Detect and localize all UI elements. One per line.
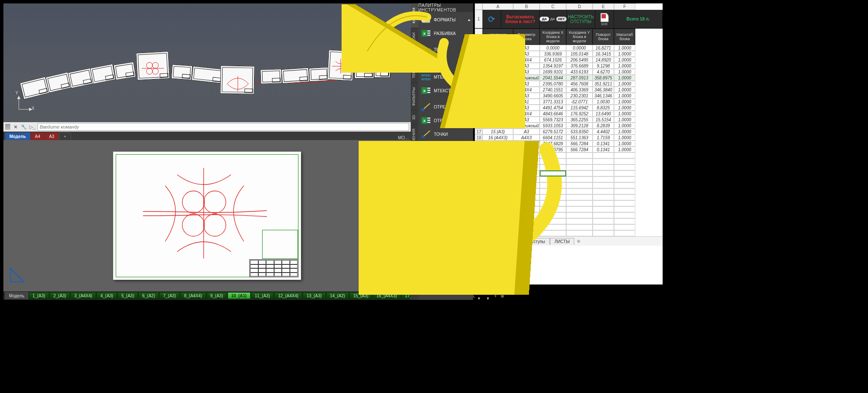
cell[interactable]: А4Х4 <box>513 111 540 117</box>
palette-side-tab[interactable]: ТЕКСТА <box>411 59 418 83</box>
scr-button[interactable]: SCR <box>595 10 614 28</box>
cell[interactable] <box>540 182 566 188</box>
cell[interactable]: 8 (А4Х4) <box>482 87 513 93</box>
palette-item[interactable]: МТЕКСТМТЕКСТМТЕКСТ <box>419 70 472 84</box>
cell[interactable] <box>593 230 614 236</box>
row-number[interactable]: 33 <box>475 224 482 230</box>
cell[interactable] <box>513 206 540 212</box>
cell[interactable] <box>482 99 513 105</box>
cell[interactable]: А3 <box>513 45 540 51</box>
cell[interactable]: А3 <box>513 69 540 75</box>
layout-tab[interactable]: 14_(А2) <box>326 292 349 299</box>
cell[interactable] <box>614 194 635 200</box>
cell[interactable]: А3 <box>513 141 540 147</box>
layout-tab[interactable]: 16_(А4Х3) <box>373 292 401 299</box>
settings-offsets-button[interactable]: НАСТРОИТЬ ОТСТУПЫ <box>567 10 595 28</box>
cell[interactable]: А4Х4 <box>513 87 540 93</box>
cell[interactable]: 230.2301 <box>566 93 593 99</box>
cell[interactable] <box>513 212 540 218</box>
layout-tab[interactable]: 1_(А3) <box>29 292 49 299</box>
column-header[interactable]: F <box>614 3 635 10</box>
cell[interactable]: А3 <box>513 117 540 123</box>
cell[interactable]: 1.0000 <box>614 147 635 153</box>
cell[interactable] <box>513 218 540 224</box>
cell[interactable]: 1.0000 <box>614 111 635 117</box>
cell[interactable] <box>614 188 635 194</box>
cell[interactable]: 358.8975 <box>593 75 614 81</box>
cell[interactable] <box>593 182 614 188</box>
cell[interactable]: А1 <box>513 99 540 105</box>
cell[interactable] <box>593 200 614 206</box>
cell[interactable]: 1.0000 <box>614 75 635 81</box>
cell[interactable] <box>593 224 614 230</box>
cell[interactable] <box>482 194 513 200</box>
cell[interactable] <box>566 188 593 194</box>
cell[interactable]: 0.0000 <box>540 45 566 51</box>
cell[interactable] <box>614 206 635 212</box>
cell[interactable]: 1.0000 <box>614 135 635 141</box>
cell[interactable] <box>593 153 614 158</box>
cell[interactable]: 2740.1551 <box>540 87 566 93</box>
cell[interactable] <box>614 170 635 176</box>
cell[interactable]: 1.0000 <box>614 81 635 87</box>
cell[interactable] <box>566 153 593 158</box>
row-number[interactable]: 25 <box>475 176 482 182</box>
cell[interactable]: 4.4402 <box>593 129 614 135</box>
row-number[interactable]: 2 <box>475 29 482 45</box>
cad-model-viewport[interactable]: Y X <box>3 3 411 122</box>
cell[interactable]: 4491.4754 <box>540 105 566 111</box>
cell[interactable] <box>593 176 614 182</box>
palette-item[interactable]: XТОЧКИ <box>419 144 472 157</box>
cad-tab[interactable]: A4 <box>31 132 44 140</box>
cell[interactable] <box>540 170 566 176</box>
cell[interactable] <box>513 200 540 206</box>
wrench-icon[interactable]: 🔧 <box>20 123 27 130</box>
cell[interactable]: 1.0000 <box>614 87 635 93</box>
cell[interactable]: 16 (А4Х3) <box>482 135 513 141</box>
cell[interactable] <box>513 188 540 194</box>
close-icon[interactable]: ✕ <box>12 123 19 130</box>
cell[interactable]: 376.6689 <box>566 63 593 69</box>
row-number[interactable]: 15 <box>475 117 482 123</box>
cell[interactable] <box>566 218 593 224</box>
cell[interactable] <box>482 200 513 206</box>
palette-item[interactable]: КРУГИ … <box>419 198 472 212</box>
status-icon[interactable]: 1:1 ▾ <box>478 290 484 301</box>
cell[interactable]: А3 <box>513 93 540 99</box>
cell[interactable] <box>614 224 635 230</box>
cell[interactable]: 206.5495 <box>566 57 593 63</box>
sheet-nav-icon[interactable]: ▶ <box>483 239 488 243</box>
cell[interactable]: 551.1363 <box>566 135 593 141</box>
cell[interactable]: А2 книжный <box>513 123 540 129</box>
row-number[interactable]: 4 <box>475 51 482 57</box>
cell[interactable] <box>614 176 635 182</box>
palette-item[interactable]: XРАЗБИВКА <box>419 26 472 40</box>
cmdline-grip-icon[interactable] <box>5 124 10 130</box>
cell[interactable]: 456.7608 <box>566 81 593 87</box>
cell[interactable] <box>482 117 513 123</box>
cell[interactable]: 5 (А3) <box>482 69 513 75</box>
cell[interactable]: 1.0000 <box>614 63 635 69</box>
sheet-tab[interactable]: РАЗБИВКА <box>491 238 523 245</box>
status-icon[interactable]: ≣ <box>500 293 504 299</box>
cell[interactable]: 336.9369 <box>540 51 566 57</box>
cell[interactable]: 115.6942 <box>566 105 593 111</box>
cell[interactable]: 1.0000 <box>614 105 635 111</box>
cell[interactable]: А3 <box>513 63 540 69</box>
cell[interactable] <box>566 182 593 188</box>
sheet-add-button[interactable]: ⊕ <box>574 238 583 244</box>
cad-tab[interactable]: A3 <box>45 132 58 140</box>
row-number[interactable]: 30 <box>475 206 482 212</box>
cell[interactable]: 1.0000 <box>614 123 635 129</box>
cell[interactable] <box>614 153 635 158</box>
cell[interactable]: 7147.6828 <box>540 141 566 147</box>
cell[interactable] <box>482 176 513 182</box>
cell[interactable]: 1.0000 <box>614 51 635 57</box>
column-header[interactable]: B <box>513 3 540 10</box>
cell[interactable] <box>540 188 566 194</box>
cell[interactable] <box>566 212 593 218</box>
spreadsheet-data-grid[interactable]: 31 (А3)А30.00000.000016.82711.000042 (А3… <box>475 45 663 236</box>
cell[interactable]: 1.0000 <box>614 117 635 123</box>
status-icon[interactable]: ✿ ▾ <box>487 290 491 301</box>
row-number[interactable]: 13 <box>475 105 482 111</box>
